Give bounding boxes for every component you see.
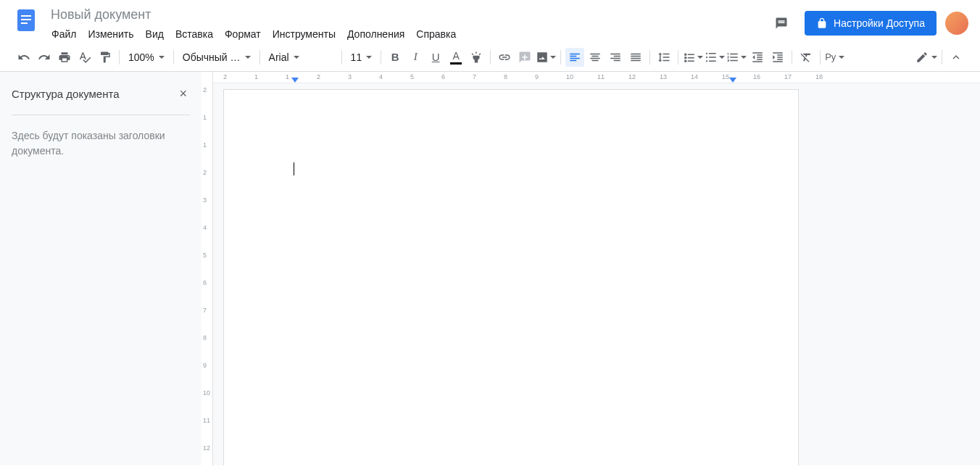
bulleted-list-button[interactable] [705,48,725,67]
ruler-tick: 3 [348,73,352,80]
ruler-tick: 6 [203,279,207,286]
numbered-list-button[interactable] [726,48,747,67]
underline-button[interactable]: U [426,48,445,67]
document-page[interactable] [223,89,799,465]
separator [820,50,821,65]
undo-button[interactable] [14,48,33,67]
editor: 2112345678910111213 21123456789101112131… [202,72,980,465]
ruler-tick: 17 [784,73,792,80]
indent-marker-right[interactable] [729,78,736,83]
title-area: Новый документ Файл Изменить Вид Вставка… [46,6,767,43]
toolbar-right [915,48,966,67]
paint-format-button[interactable] [96,48,115,67]
increase-indent-button[interactable] [768,48,787,67]
separator [341,50,342,65]
separator [942,50,942,65]
caret-icon [294,56,299,59]
ruler-tick: 5 [203,252,207,259]
ruler-tick: 4 [203,224,207,231]
clear-formatting-button[interactable] [797,48,815,67]
comments-button[interactable] [767,9,796,38]
style-dropdown[interactable]: Обычный … [178,48,255,67]
ruler-tick: 8 [203,334,207,341]
decrease-indent-button[interactable] [748,48,767,67]
menu-file[interactable]: Файл [46,25,81,43]
separator [490,50,491,65]
checklist-button[interactable] [683,48,703,67]
ruler-tick: 4 [379,73,383,80]
ruler-tick: 15 [722,73,729,80]
ruler-tick: 1 [286,73,289,80]
indent-marker[interactable] [291,78,299,83]
menu-view[interactable]: Вид [141,25,169,43]
italic-button[interactable]: I [406,48,425,67]
ruler-tick: 14 [691,73,698,80]
input-method-label: Ру [825,51,836,62]
caret-icon [931,56,937,59]
input-method-button[interactable]: Ру [825,48,844,67]
ruler-tick: 12 [628,73,636,80]
spellcheck-button[interactable] [75,48,94,67]
share-button[interactable]: Настройки Доступа [805,11,937,36]
horizontal-ruler[interactable]: 21123456789101112131415161718 [223,72,980,83]
caret-icon [697,56,703,59]
ruler-tick: 11 [597,73,605,80]
ruler-tick: 9 [535,73,539,80]
align-right-button[interactable] [606,48,625,67]
ruler-tick: 12 [203,444,210,452]
outline-hint: Здесь будут показаны заголовки документа… [12,128,190,159]
svg-rect-3 [21,22,28,24]
ruler-tick: 2 [203,169,207,176]
font-value: Arial [269,51,289,63]
print-button[interactable] [55,48,74,67]
align-center-button[interactable] [586,48,605,67]
separator [560,50,561,65]
horizontal-ruler-wrap: 21123456789101112131415161718 [213,72,980,83]
zoom-value: 100% [128,51,154,63]
style-value: Обычный … [183,51,241,63]
caret-icon [741,56,747,59]
close-icon[interactable]: × [176,83,190,104]
menu-addons[interactable]: Дополнения [342,25,410,43]
vertical-ruler[interactable]: 2112345678910111213 [202,72,213,465]
expand-button[interactable] [947,48,966,67]
menu-tools[interactable]: Инструменты [267,25,341,43]
link-button[interactable] [495,48,514,67]
zoom-dropdown[interactable]: 100% [124,48,169,67]
align-left-button[interactable] [565,48,584,67]
header-right: Настройки Доступа [767,6,968,38]
document-title[interactable]: Новый документ [46,6,767,24]
redo-button[interactable] [35,48,54,67]
comment-button[interactable] [515,48,534,67]
ruler-tick: 1 [203,141,207,149]
ruler-tick: 6 [441,73,445,80]
menu-edit[interactable]: Изменить [83,25,138,43]
ruler-tick: 1 [254,73,258,80]
docs-logo[interactable] [12,6,41,35]
ruler-tick: 8 [504,73,507,80]
header: Новый документ Файл Изменить Вид Вставка… [0,0,980,43]
fontsize-dropdown[interactable]: 11 [346,48,377,67]
ruler-tick: 2 [317,73,320,80]
caret-icon [159,56,165,59]
outline-header: Структура документа × [12,83,190,115]
image-button[interactable] [536,48,556,67]
caret-icon [366,56,372,59]
avatar[interactable] [945,12,968,35]
text-color-button[interactable]: A [447,48,465,67]
font-dropdown[interactable]: Arial [265,48,337,67]
menu-insert[interactable]: Вставка [170,25,218,43]
ruler-tick: 2 [203,86,207,94]
line-spacing-button[interactable] [655,48,673,67]
menubar: Файл Изменить Вид Вставка Формат Инструм… [46,25,767,43]
highlight-button[interactable] [467,48,486,67]
editing-mode-button[interactable] [915,48,937,67]
menu-help[interactable]: Справка [411,25,461,43]
outline-panel: Структура документа × Здесь будут показа… [0,72,202,465]
fontsize-value: 11 [351,51,362,63]
bold-button[interactable]: B [386,48,404,67]
align-justify-button[interactable] [626,48,645,67]
color-indicator [450,62,462,65]
menu-format[interactable]: Формат [220,25,266,43]
ruler-tick: 10 [203,389,210,397]
